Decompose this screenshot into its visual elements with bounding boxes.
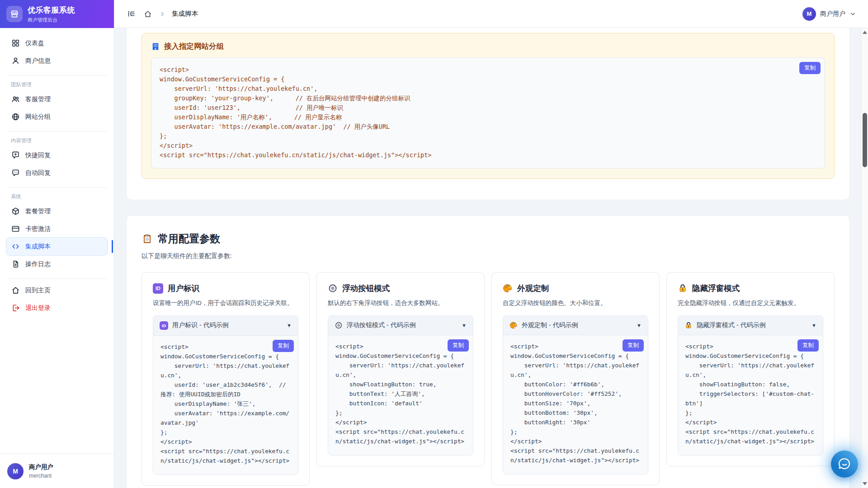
lock-icon — [684, 321, 693, 329]
copy-button[interactable]: 复制 — [797, 339, 819, 352]
copy-button[interactable]: 复制 — [273, 340, 294, 352]
sidebar-item-quick-replies[interactable]: 快捷回复 — [6, 146, 108, 164]
avatar: M — [7, 463, 24, 479]
sidebar-item-merchant-info[interactable]: 商户信息 — [6, 52, 108, 70]
sidebar-nav: 仪表盘 商户信息 团队管理 客服管理 网站分组 内容管理 — [0, 28, 114, 454]
sidebar-item-label: 退出登录 — [25, 304, 51, 312]
vertical-scrollbar[interactable] — [861, 28, 868, 488]
code-example: <script> window.GoCustomerServiceConfig … — [685, 342, 816, 446]
message-plus-icon — [11, 151, 20, 160]
param-card-user-id: ID 用户标识 设置唯一的用户ID，用于会话跟踪和历史记录关联。 ID 用户标识… — [142, 272, 310, 486]
sidebar-user-role: merchant — [29, 473, 53, 479]
code-example-toggle[interactable]: ID 用户标识 - 代码示例 ▼ — [153, 316, 298, 336]
avatar: M — [802, 7, 816, 21]
home-icon — [11, 286, 20, 295]
palette-icon — [509, 321, 518, 329]
scroll-down-arrow-icon[interactable] — [863, 482, 867, 485]
sidebar-item-auto-reply[interactable]: 自动回复 — [6, 164, 108, 182]
caret-down-icon: ▼ — [811, 323, 816, 328]
copy-button[interactable]: 复制 — [799, 62, 821, 74]
sidebar-item-label: 套餐管理 — [25, 207, 51, 216]
param-card-title: 用户标识 — [168, 283, 199, 294]
sidebar-collapse-button[interactable] — [126, 9, 137, 19]
app-title: 优乐客服系统 — [28, 5, 75, 15]
sidebar-item-agent-management[interactable]: 客服管理 — [6, 90, 108, 108]
sidebar-item-label: 集成脚本 — [25, 243, 51, 251]
sidebar-item-integration-script[interactable]: 集成脚本 — [6, 238, 108, 255]
users-icon — [11, 95, 20, 104]
sidebar-group-team: 团队管理 — [6, 78, 108, 90]
code-example: <script> window.GoCustomerServiceConfig … — [335, 342, 466, 446]
sidebar-item-label: 网站分组 — [25, 113, 51, 121]
globe-icon — [11, 113, 20, 122]
scrollbar-thumb[interactable] — [863, 113, 867, 167]
app-root: 优乐客服系统 商户管理后台 仪表盘 商户信息 团队管理 客服管理 — [0, 0, 868, 488]
collapse-sidebar-icon — [127, 9, 136, 18]
code-example-toggle[interactable]: 隐藏浮窗模式 - 代码示例 ▼ — [678, 316, 823, 335]
logout-icon — [11, 304, 20, 313]
caret-down-icon: ▼ — [637, 323, 642, 328]
sidebar-group-content: 内容管理 — [6, 134, 108, 146]
group-script-code: <script> window.GoCustomerServiceConfig … — [160, 65, 816, 160]
sidebar-item-logout[interactable]: 退出登录 — [6, 299, 108, 317]
topbar: 集成脚本 M 商户用户 — [114, 0, 868, 28]
chat-bubble-smile-icon — [837, 456, 852, 472]
topbar-user-name: 商户用户 — [820, 10, 845, 18]
code-example-toggle[interactable]: 外观定制 - 代码示例 ▼ — [503, 316, 648, 335]
building-icon — [151, 42, 160, 51]
palette-icon — [503, 283, 513, 293]
copy-button[interactable]: 复制 — [623, 339, 644, 352]
sidebar-item-label: 回到主页 — [25, 286, 51, 295]
sidebar-item-site-groups[interactable]: 网站分组 — [6, 108, 108, 126]
code-example: <script> window.GoCustomerServiceConfig … — [160, 342, 291, 465]
group-script-card: 接入指定网站分组 复制 <script> window.GoCustomerSe… — [126, 28, 850, 200]
user-menu[interactable]: M 商户用户 — [802, 7, 856, 21]
sidebar-group-system: 系统 — [6, 190, 108, 202]
param-card-title: 浮动按钮模式 — [342, 283, 390, 294]
section-title: 常用配置参数 — [158, 232, 220, 246]
sidebar-user-name: 商户用户 — [29, 463, 53, 471]
id-badge-icon: ID — [153, 283, 163, 294]
chat-widget-button[interactable] — [831, 450, 858, 478]
param-card-description: 设置唯一的用户ID，用于会话跟踪和历史记录关联。 — [153, 298, 298, 308]
sidebar-item-plan-management[interactable]: 套餐管理 — [6, 202, 108, 220]
param-card-description: 自定义浮动按钮的颜色、大小和位置。 — [503, 298, 648, 308]
radio-button-icon — [328, 283, 338, 293]
param-card-floating-button: 浮动按钮模式 默认的右下角浮动按钮，适合大多数网站。 浮动按钮模式 - 代码示例… — [316, 272, 485, 466]
breadcrumb-home-button[interactable] — [143, 9, 153, 19]
param-card-description: 默认的右下角浮动按钮，适合大多数网站。 — [328, 298, 473, 308]
sidebar-item-operation-log[interactable]: 操作日志 — [6, 255, 108, 273]
sidebar-item-card-activation[interactable]: 卡密激活 — [6, 220, 108, 238]
section-subtitle: 以下是聊天组件的主要配置参数: — [142, 252, 835, 260]
chevron-down-icon — [849, 10, 856, 17]
home-icon — [144, 10, 152, 18]
id-badge-icon: ID — [160, 321, 168, 330]
sidebar-user-card[interactable]: M 商户用户 merchant — [0, 454, 114, 488]
page-content: 接入指定网站分组 复制 <script> window.GoCustomerSe… — [114, 28, 868, 488]
lock-icon — [678, 283, 688, 293]
radio-button-icon — [335, 321, 343, 329]
code-example-title: 隐藏浮窗模式 - 代码示例 — [697, 321, 765, 329]
code-icon — [11, 242, 20, 251]
group-script-notice: 接入指定网站分组 复制 <script> window.GoCustomerSe… — [142, 33, 835, 179]
sidebar-item-label: 卡密激活 — [25, 225, 51, 233]
param-card-description: 完全隐藏浮动按钮，仅通过自定义元素触发。 — [678, 298, 823, 308]
sidebar-item-dashboard[interactable]: 仪表盘 — [6, 34, 108, 52]
credit-card-icon — [11, 225, 20, 234]
sidebar-item-label: 快捷回复 — [25, 151, 51, 160]
sidebar-item-label: 仪表盘 — [25, 39, 44, 47]
package-icon — [11, 207, 20, 216]
code-example-toggle[interactable]: 浮动按钮模式 - 代码示例 ▼ — [328, 316, 473, 335]
user-icon — [11, 56, 20, 66]
param-card-title: 隐藏浮窗模式 — [692, 283, 740, 294]
app-subtitle: 商户管理后台 — [28, 17, 75, 23]
common-params-card: 常用配置参数 以下是聊天组件的主要配置参数: ID 用户标识 设置唯一的用户ID… — [126, 215, 850, 488]
param-card-appearance: 外观定制 自定义浮动按钮的颜色、大小和位置。 外观定制 - 代码示例 ▼ 复制 — [491, 272, 660, 485]
copy-button[interactable]: 复制 — [448, 339, 469, 352]
chat-dots-icon — [11, 169, 20, 178]
storefront-icon — [6, 6, 23, 22]
sidebar-item-back-home[interactable]: 回到主页 — [6, 282, 108, 299]
code-example-title: 外观定制 - 代码示例 — [522, 321, 578, 329]
scroll-up-arrow-icon[interactable] — [863, 31, 867, 34]
chevron-right-icon — [159, 11, 165, 17]
